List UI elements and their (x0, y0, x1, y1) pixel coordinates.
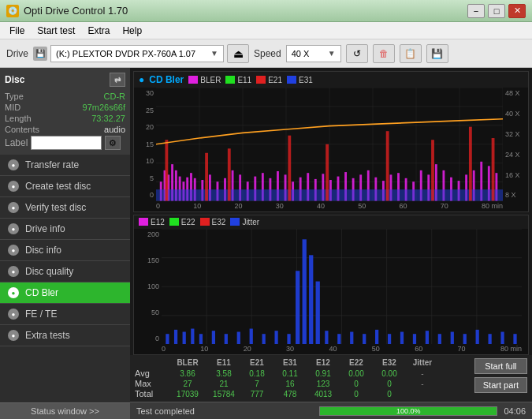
chart2-svg-area (162, 229, 522, 345)
chart1-icon: ● (139, 74, 144, 85)
stats-col-e11: E11 (207, 358, 240, 367)
stats-avg-row: Avg 3.86 3.58 0.18 0.11 0.91 0.00 0.00 - (135, 368, 468, 378)
disc-label-icon-button[interactable]: ⚙ (105, 136, 121, 150)
stats-avg-jitter: - (406, 369, 439, 378)
stats-avg-e31: 0.11 (273, 369, 307, 378)
sidebar-item-verify-test-disc[interactable]: ● Verify test disc (0, 197, 130, 219)
sidebar-item-disc-info[interactable]: ● Disc info (0, 240, 130, 261)
disc-label-input[interactable] (31, 136, 102, 150)
close-button[interactable]: ✕ (508, 4, 526, 18)
svg-rect-101 (309, 255, 313, 344)
e22-color (169, 218, 179, 226)
chart1-header: ● CD Bler BLER E11 E21 (134, 72, 528, 88)
e31-color (287, 76, 296, 84)
menu-bar: File Start test Extra Help (0, 22, 532, 39)
clear-button[interactable]: 🗑 (373, 44, 395, 63)
svg-rect-114 (463, 334, 467, 344)
disc-contents-row: Contents audio (5, 125, 125, 134)
stats-col-e22: E22 (340, 358, 373, 367)
menu-file[interactable]: File (3, 24, 31, 38)
fe-te-icon: ● (8, 309, 19, 320)
stats-area: BLER E11 E21 E31 E12 E22 E32 Jitter Avg … (130, 355, 532, 402)
stats-max-label: Max (135, 379, 168, 388)
copy-button[interactable]: 📋 (400, 44, 422, 63)
disc-swap-button[interactable]: ⇄ (110, 73, 125, 87)
speed-arrow-icon: ▼ (328, 49, 336, 58)
sidebar-item-create-test-disc[interactable]: ● Create test disc (0, 176, 130, 197)
charts-container: ● CD Bler BLER E11 E21 (130, 68, 532, 355)
chart2-body: 200 150 100 50 0 (134, 229, 528, 345)
speed-dropdown[interactable]: 40 X ▼ (286, 45, 341, 62)
stats-avg-label: Avg (135, 368, 168, 378)
sidebar-item-transfer-rate[interactable]: ● Transfer rate (0, 155, 130, 176)
chart2-svg (162, 229, 522, 345)
svg-rect-97 (274, 331, 277, 344)
create-test-disc-icon: ● (8, 181, 19, 192)
minimize-button[interactable]: − (467, 4, 485, 18)
stats-avg-e11: 3.58 (207, 369, 240, 378)
start-full-button[interactable]: Start full (474, 358, 527, 374)
drive-section: 💾 (K:) PLEXTOR DVDR PX-760A 1.07 ▼ ⏏ (33, 44, 249, 63)
svg-rect-93 (225, 334, 228, 344)
stats-col-jitter: Jitter (406, 358, 439, 367)
save-button[interactable]: 💾 (426, 44, 448, 63)
chart1-legend-e11: E11 (225, 76, 251, 84)
stats-col-e31: E31 (273, 358, 307, 367)
svg-rect-96 (262, 334, 266, 344)
svg-rect-68 (228, 148, 231, 200)
sidebar-item-cd-bler[interactable]: ● CD Bler (0, 282, 130, 304)
sidebar: Disc ⇄ Type CD-R MID 97m26s66f Length 73… (0, 68, 130, 419)
sidebar-item-extra-tests[interactable]: ● Extra tests (0, 325, 130, 346)
stats-total-e22: 0 (340, 390, 373, 398)
svg-rect-98 (287, 334, 290, 344)
refresh-button[interactable]: ↺ (346, 44, 368, 63)
svg-rect-88 (174, 329, 177, 344)
stats-col-e12: E12 (307, 358, 340, 367)
stats-total-e11: 15784 (207, 390, 240, 398)
chart1-panel: ● CD Bler BLER E11 E21 (133, 71, 529, 212)
chart2-legend-jitter: Jitter (230, 218, 259, 226)
stats-max-jitter: - (406, 380, 439, 388)
menu-help[interactable]: Help (116, 24, 148, 38)
sidebar-item-drive-info[interactable]: ● Drive info (0, 219, 130, 240)
chart1-legend-bler: BLER (188, 76, 221, 84)
stats-max-e21: 7 (240, 380, 273, 388)
start-part-button[interactable]: Start part (474, 377, 527, 393)
e11-color (225, 76, 235, 84)
stats-avg-bler: 3.86 (168, 369, 207, 378)
svg-rect-115 (476, 329, 479, 344)
svg-rect-113 (451, 331, 454, 344)
svg-rect-94 (237, 331, 240, 344)
drive-dropdown[interactable]: (K:) PLEXTOR DVDR PX-760A 1.07 ▼ (50, 45, 224, 62)
stats-max-e32: 0 (373, 380, 406, 388)
chart1-y-axis: 30 25 20 15 10 5 0 (134, 88, 156, 201)
chart1-x-axis: 0 10 20 30 40 50 60 70 80 min (134, 201, 528, 211)
svg-rect-72 (431, 140, 434, 200)
maximize-button[interactable]: □ (488, 4, 505, 18)
status-window-button[interactable]: Status window >> (0, 402, 130, 419)
sidebar-item-fe-te[interactable]: ● FE / TE (0, 304, 130, 325)
drive-label: Drive (6, 48, 28, 59)
status-time: 04:06 (504, 406, 526, 416)
eject-button[interactable]: ⏏ (227, 44, 249, 63)
menu-start-test[interactable]: Start test (31, 24, 81, 38)
svg-rect-107 (375, 329, 378, 344)
chart1-title: CD Bler (149, 74, 184, 85)
svg-rect-103 (325, 331, 328, 344)
verify-test-disc-icon: ● (8, 202, 19, 213)
menu-extra[interactable]: Extra (81, 24, 116, 38)
stats-avg-e21: 0.18 (240, 369, 273, 378)
stats-table: BLER E11 E21 E31 E12 E22 E32 Jitter Avg … (135, 358, 468, 398)
svg-rect-99 (296, 271, 299, 344)
svg-rect-87 (166, 334, 169, 344)
main-area: Disc ⇄ Type CD-R MID 97m26s66f Length 73… (0, 68, 532, 419)
progress-bar: 100.0% (319, 406, 497, 416)
stats-col-e32: E32 (373, 358, 406, 367)
chart2-panel: E12 E22 E32 Jitter (133, 215, 529, 356)
drive-icon: 💾 (33, 47, 47, 61)
chart1-y-axis-right: 48 X 40 X 32 X 24 X 16 X 8 X (503, 88, 528, 201)
sidebar-item-disc-quality[interactable]: ● Disc quality (0, 261, 130, 282)
stats-col-bler: BLER (168, 358, 207, 367)
stats-total-e31: 478 (273, 390, 307, 398)
disc-type-row: Type CD-R (5, 92, 125, 101)
